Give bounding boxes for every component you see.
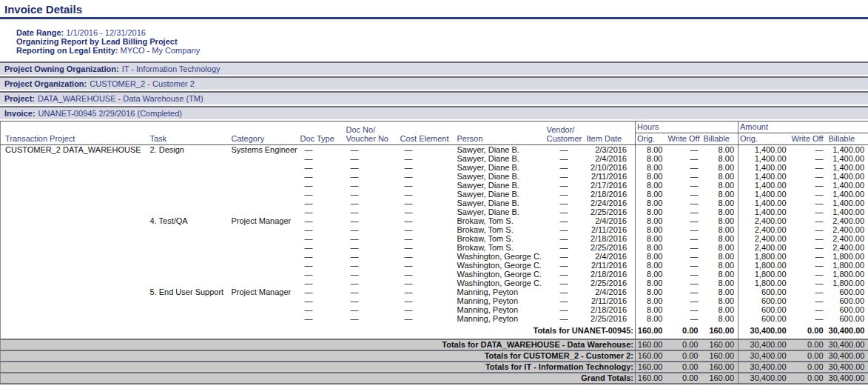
cell-task	[149, 190, 230, 199]
cell-a-orig: 1,800.00	[739, 270, 790, 279]
cell-h-writeoff: —	[667, 261, 702, 270]
cell-cost-element: —	[399, 270, 454, 279]
cell-vendor: —	[545, 181, 585, 190]
cell-item-date: 2/25/2016	[585, 243, 636, 252]
cell-cost-element: —	[399, 252, 454, 261]
cell-h-orig: 8.00	[636, 305, 667, 314]
cell-vendor: —	[545, 190, 585, 199]
invoice-bar: Invoice:UNANET-00945 2/29/2016 (Complete…	[0, 106, 868, 119]
cell-h-billable: 8.00	[702, 145, 739, 155]
cell-doc-type: —	[299, 207, 345, 216]
cell-category	[230, 190, 299, 199]
cell-vendor: —	[545, 225, 585, 234]
cell-cost-element: —	[399, 216, 454, 225]
report-info: Date Range: 1/1/2016 - 12/31/2016 Organi…	[16, 28, 868, 55]
cell-cost-element: —	[399, 199, 454, 207]
cell-doc-no: —	[345, 252, 399, 261]
cell-a-writeoff: —	[790, 279, 827, 287]
summary-cell-h-orig: 160.00	[636, 362, 667, 373]
cell-transaction-project	[1, 305, 149, 314]
cell-transaction-project: CUSTOMER_2 DATA_WAREHOUSE	[1, 145, 149, 155]
cell-person: Manning, Peyton	[454, 287, 545, 296]
cell-cost-element: —	[399, 207, 454, 216]
cell-h-writeoff: —	[667, 181, 702, 190]
project-owning-org-label: Project Owning Organization:	[4, 64, 119, 73]
cell-doc-no: —	[345, 199, 399, 207]
cell-h-billable: 8.00	[702, 225, 739, 234]
cell-transaction-project	[1, 270, 149, 279]
cell-h-orig: 8.00	[636, 207, 667, 216]
table-row: ———Brokaw, Tom S.—2/25/20168.00—8.002,40…	[1, 243, 868, 252]
legal-entity-label: Reporting on Legal Entity:	[16, 46, 118, 55]
table-row: ———Washington, George C.—2/25/20168.00—8…	[1, 279, 868, 287]
summary-cell-a-orig: 30,400.00	[739, 362, 790, 373]
grouping-bars: Project Owning Organization:IT - Informa…	[0, 61, 868, 119]
table-row: ———Sawyer, Diane B.—2/10/20168.00—8.001,…	[1, 163, 868, 172]
group-header-hours: Hours	[636, 122, 739, 133]
cell-a-orig: 2,400.00	[739, 243, 790, 252]
cell-a-billable: 1,800.00	[827, 261, 868, 270]
cell-vendor: —	[545, 270, 585, 279]
cell-doc-no: —	[345, 225, 399, 234]
cell-category	[230, 207, 299, 216]
cell-cost-element: —	[399, 190, 454, 199]
title-rule	[0, 17, 868, 19]
col-header-transaction-project: Transaction Project	[1, 122, 149, 145]
cell-category	[230, 296, 299, 305]
summary-totals-label: Totals for DATA_WAREHOUSE - Data Warehou…	[1, 339, 636, 350]
cell-person: Brokaw, Tom S.	[454, 243, 545, 252]
date-range-line: Date Range: 1/1/2016 - 12/31/2016	[16, 28, 868, 37]
cell-transaction-project	[1, 234, 149, 243]
cell-h-orig: 8.00	[636, 279, 667, 287]
page-title: Invoice Details	[0, 0, 868, 16]
summary-cell-a-writeoff: 0.00	[790, 339, 827, 350]
cell-doc-type: —	[299, 314, 345, 323]
summary-cell-a-billable: 30,400.00	[827, 350, 868, 362]
cell-cost-element: —	[399, 279, 454, 287]
cell-task	[149, 181, 230, 190]
cell-doc-type: —	[299, 252, 345, 261]
cell-vendor: —	[545, 305, 585, 314]
cell-h-writeoff: —	[667, 305, 702, 314]
summary-cell-h-writeoff: 0.00	[667, 339, 702, 350]
cell-a-orig: 1,800.00	[739, 252, 790, 261]
table-row: ———Sawyer, Diane B.—2/18/20168.00—8.001,…	[1, 190, 868, 199]
cell-item-date: 2/10/2016	[585, 163, 636, 172]
col-header-task: Task	[149, 122, 230, 145]
cell-h-writeoff: —	[667, 225, 702, 234]
cell-a-billable: 1,400.00	[827, 199, 868, 207]
cell-task	[149, 314, 230, 323]
col-header-amount-billable: Billable	[827, 133, 868, 145]
cell-a-orig: 1,400.00	[739, 145, 790, 155]
cell-person: Sawyer, Diane B.	[454, 190, 545, 199]
cell-task	[149, 207, 230, 216]
cell-a-orig: 600.00	[739, 314, 790, 323]
cell-a-billable: 1,400.00	[827, 190, 868, 199]
cell-person: Brokaw, Tom S.	[454, 225, 545, 234]
cell-h-writeoff: —	[667, 172, 702, 181]
cell-person: Brokaw, Tom S.	[454, 234, 545, 243]
cell-a-billable: 2,400.00	[827, 225, 868, 234]
cell-item-date: 2/11/2016	[585, 225, 636, 234]
cell-vendor: —	[545, 199, 585, 207]
table-row: ———Brokaw, Tom S.—2/18/20168.00—8.002,40…	[1, 234, 868, 243]
cell-doc-no: —	[345, 216, 399, 225]
col-header-hours-write-off: Write Off	[667, 133, 702, 145]
summary-cell-a-billable: 30,400.00	[827, 362, 868, 373]
cell-h-billable: 8.00	[702, 154, 739, 163]
cell-doc-type: —	[299, 270, 345, 279]
summary-cell-a-writeoff: 0.00	[790, 362, 827, 373]
cell-a-writeoff: —	[790, 225, 827, 234]
cell-a-billable: 1,400.00	[827, 145, 868, 155]
date-range-value: 1/1/2016 - 12/31/2016	[66, 28, 146, 37]
cell-a-orig: 2,400.00	[739, 234, 790, 243]
cell-a-writeoff: —	[790, 261, 827, 270]
cell-doc-type: —	[299, 163, 345, 172]
cell-item-date: 2/11/2016	[585, 296, 636, 305]
legal-entity-value: MYCO - My Company	[121, 46, 201, 55]
invoice-details-table: Transaction Project Task Category Doc Ty…	[0, 121, 868, 385]
cell-a-billable: 1,400.00	[827, 172, 868, 181]
cell-h-writeoff: —	[667, 252, 702, 261]
cell-vendor: —	[545, 234, 585, 243]
cell-transaction-project	[1, 207, 149, 216]
